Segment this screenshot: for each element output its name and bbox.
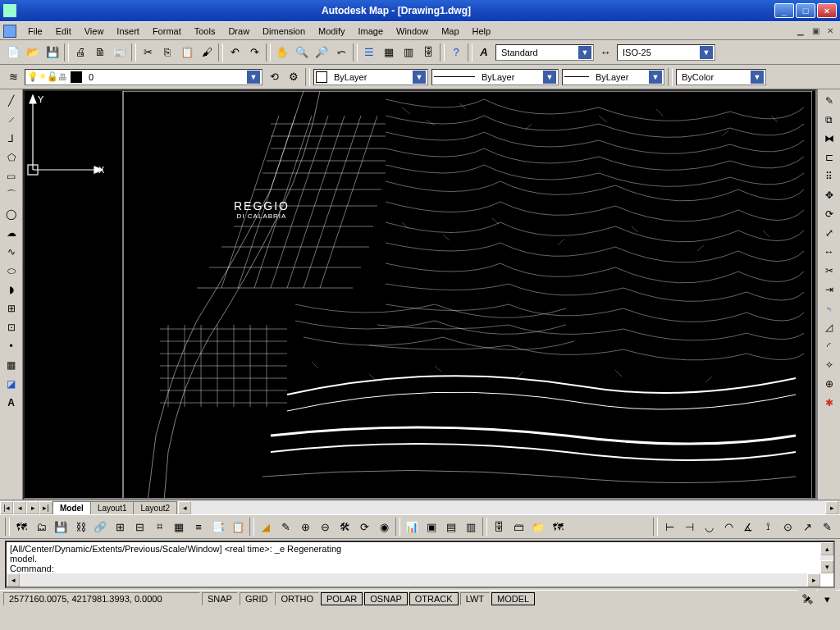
dropdown-arrow-icon[interactable]: ▼ (543, 71, 556, 84)
map-tb-19[interactable]: ◉ (375, 518, 393, 536)
region-tool[interactable]: ◪ (2, 375, 21, 392)
toggle-snap[interactable]: SNAP (202, 592, 238, 605)
menu-tools[interactable]: Tools (188, 25, 222, 38)
polygon-tool[interactable]: ⬠ (2, 148, 21, 166)
hscroll-track[interactable]: ◂ ▸ (178, 501, 838, 514)
map-tb-16[interactable]: ⊖ (316, 518, 334, 536)
arc-tool[interactable]: ⌒ (2, 186, 21, 203)
dropdown-arrow-icon[interactable]: ▼ (751, 71, 764, 84)
map-tb-4[interactable]: ⛓ (71, 518, 89, 536)
menu-window[interactable]: Window (390, 25, 435, 38)
tab-next-button[interactable]: ▸ (26, 501, 39, 514)
dropdown-arrow-icon[interactable]: ▼ (413, 71, 426, 84)
polyline-tool[interactable]: ⅃ (2, 130, 21, 147)
match-properties-button[interactable]: 🖌 (198, 43, 216, 62)
point-tool[interactable]: • (2, 337, 21, 354)
zoom-realtime-button[interactable]: 🔍 (293, 43, 311, 62)
map-tb-2[interactable]: 🗂 (32, 518, 50, 536)
command-window[interactable]: [All/Center/Dynamic/Extents/Previous/Sca… (5, 541, 835, 588)
dim-tb-9[interactable]: ✎ (818, 518, 836, 536)
menu-map[interactable]: Map (435, 25, 465, 38)
dim-style-combo[interactable]: ISO-25 ▼ (617, 44, 715, 61)
plotstyle-combo[interactable]: ByColor ▼ (676, 69, 766, 85)
map-tb-8[interactable]: ⌗ (150, 518, 168, 536)
map-tb-17[interactable]: 🛠 (336, 518, 354, 536)
dim-tb-7[interactable]: ⊙ (778, 518, 797, 536)
menu-insert[interactable]: Insert (110, 25, 146, 38)
rectangle-tool[interactable]: ▭ (2, 167, 21, 185)
toggle-otrack[interactable]: OTRACK (409, 592, 459, 605)
map-tb-6[interactable]: ⊞ (111, 518, 129, 536)
mdi-close-button[interactable]: ✕ (824, 25, 837, 37)
minimize-button[interactable]: _ (774, 3, 794, 18)
paste-button[interactable]: 📋 (178, 43, 196, 62)
menu-edit[interactable]: Edit (49, 25, 78, 38)
map-tb-25[interactable]: 🗃 (509, 518, 527, 536)
map-tb-20[interactable]: 📊 (403, 518, 421, 536)
mirror-tool[interactable]: ⧓ (820, 130, 838, 147)
map-tb-27[interactable]: 🗺 (549, 518, 567, 536)
dropdown-arrow-icon[interactable]: ▼ (700, 46, 713, 59)
map-tb-5[interactable]: 🔗 (91, 518, 109, 536)
pan-button[interactable]: ✋ (273, 43, 291, 62)
tab-model[interactable]: Model (52, 501, 91, 514)
cmd-scroll-right-button[interactable]: ▸ (807, 573, 820, 587)
map-tb-3[interactable]: 💾 (52, 518, 70, 536)
cmd-scroll-down-button[interactable]: ▾ (820, 560, 833, 573)
insert-block-tool[interactable]: ⊞ (2, 299, 21, 317)
dim-tb-3[interactable]: ◡ (700, 518, 718, 536)
stretch-tool[interactable]: ↔ (820, 243, 838, 260)
dropdown-arrow-icon[interactable]: ▼ (247, 71, 260, 84)
menu-format[interactable]: Format (146, 25, 188, 38)
offset-tool[interactable]: ⊏ (820, 148, 838, 166)
toggle-ortho[interactable]: ORTHO (275, 592, 319, 605)
dropdown-arrow-icon[interactable]: ▼ (578, 46, 591, 59)
explode-tool[interactable]: ✧ (820, 356, 838, 373)
toggle-grid[interactable]: GRID (240, 592, 274, 605)
design-center-button[interactable]: ▦ (380, 43, 398, 62)
dim-tb-1[interactable]: ⊢ (660, 518, 678, 536)
map-tb-12[interactable]: 📋 (229, 518, 247, 536)
hscroll-right-button[interactable]: ▸ (825, 501, 838, 514)
undo-button[interactable]: ↶ (226, 43, 244, 62)
status-comm-icon[interactable]: 🛰 (798, 590, 816, 608)
map-tb-21[interactable]: ▣ (422, 518, 441, 536)
circle-tool[interactable]: ◯ (2, 205, 21, 222)
revision-cloud-tool[interactable]: ☁ (2, 224, 21, 241)
tab-layout2[interactable]: Layout2 (133, 501, 177, 514)
toggle-polar[interactable]: POLAR (321, 592, 363, 605)
hatch-tool[interactable]: ▦ (2, 356, 21, 373)
dim-style-button[interactable]: ↔ (596, 43, 614, 62)
linetype-combo[interactable]: ByLayer ▼ (431, 69, 559, 85)
menu-help[interactable]: Help (466, 25, 498, 38)
layer-previous-button[interactable]: ⟲ (265, 68, 283, 86)
map-tb-26[interactable]: 📁 (529, 518, 547, 536)
new-button[interactable]: 📄 (4, 43, 22, 62)
menu-view[interactable]: View (78, 25, 111, 38)
cmd-scroll-left-button[interactable]: ◂ (7, 573, 20, 587)
close-button[interactable]: × (817, 3, 837, 18)
open-button[interactable]: 📂 (24, 43, 42, 62)
copy-button[interactable]: ⎘ (158, 43, 176, 62)
properties-button[interactable]: ☰ (360, 43, 378, 62)
redo-button[interactable]: ↷ (245, 43, 263, 62)
line-tool[interactable]: ╱ (2, 92, 21, 109)
map-edit-tool[interactable]: ⊕ (820, 375, 838, 392)
spline-tool[interactable]: ∿ (2, 243, 21, 260)
lineweight-combo[interactable]: ByLayer ▼ (562, 69, 664, 85)
layer-combo[interactable]: 💡 ☀ 🔓 🖶 0 ▼ (25, 69, 262, 85)
construction-line-tool[interactable]: ⟋ (2, 111, 21, 128)
map-tb-15[interactable]: ⊕ (296, 518, 314, 536)
zoom-previous-button[interactable]: ⤺ (332, 43, 350, 62)
map-tb-22[interactable]: ▤ (442, 518, 460, 536)
fillet-tool[interactable]: ◜ (820, 337, 838, 354)
menu-draw[interactable]: Draw (221, 25, 256, 38)
text-tool[interactable]: A (2, 394, 21, 411)
text-style-button[interactable]: A (475, 43, 493, 62)
scale-tool[interactable]: ⤢ (820, 224, 838, 241)
map-tb-1[interactable]: 🗺 (12, 518, 30, 536)
extend-tool[interactable]: ⇥ (820, 281, 838, 298)
ellipse-arc-tool[interactable]: ◗ (2, 281, 21, 298)
menu-dimension[interactable]: Dimension (256, 25, 312, 38)
color-combo[interactable]: ByLayer ▼ (313, 69, 428, 85)
